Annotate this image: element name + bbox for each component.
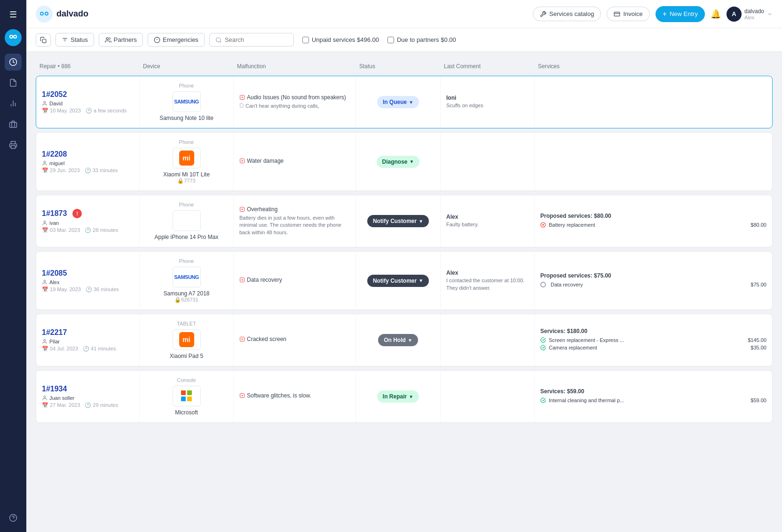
services-cell: Services: $180.00 Screen replacement - E… bbox=[535, 314, 772, 366]
repair-id-cell: 1#2208 miguel 📅 29 Jun. 2023 🕐 33 minute… bbox=[36, 133, 140, 191]
x-circle-icon bbox=[540, 222, 546, 228]
invoice-button[interactable]: Invoice bbox=[607, 7, 649, 21]
owner-meta: ivan bbox=[42, 220, 134, 226]
repair-time: 📅 03 Mar. 2023 🕐 28 minutes bbox=[42, 227, 134, 233]
svg-point-45 bbox=[44, 280, 46, 282]
alert-icon bbox=[239, 336, 245, 342]
col-comment: Last Comment bbox=[444, 63, 538, 70]
status-badge[interactable]: On Hold ▼ bbox=[378, 334, 418, 346]
due-to-partners-filter[interactable]: Due to partners $0.00 bbox=[387, 36, 456, 43]
search-icon bbox=[215, 37, 222, 43]
status-badge[interactable]: Notify Customer ▼ bbox=[367, 275, 429, 287]
repair-ago: 🕐 33 minutes bbox=[85, 167, 118, 174]
navbar-left: dalvado bbox=[36, 6, 88, 23]
malfunction-title: Water damage bbox=[239, 158, 350, 164]
search-box[interactable] bbox=[209, 33, 294, 47]
sidebar-item-documents[interactable] bbox=[5, 74, 22, 91]
repair-id[interactable]: 1#2052 bbox=[42, 90, 134, 99]
comment-author: Ioni bbox=[446, 95, 529, 101]
repair-time: 📅 04 Jul. 2023 🕐 41 minutes bbox=[42, 346, 134, 352]
col-device: Device bbox=[143, 63, 237, 70]
svg-point-53 bbox=[44, 396, 46, 398]
malfunction-cell: Data recovery bbox=[234, 252, 356, 310]
status-cell: Notify Customer ▼ bbox=[356, 252, 441, 310]
partners-filter-label: Partners bbox=[114, 36, 137, 43]
repair-ago: 🕐 a few seconds bbox=[86, 108, 126, 114]
status-badge[interactable]: In Repair ▼ bbox=[377, 390, 419, 403]
unpaid-services-filter[interactable]: Unpaid services $496.00 bbox=[302, 36, 379, 43]
table-row: 1#1934 Juan soller 📅 27 Mar. 2023 🕐 29 m… bbox=[36, 370, 773, 423]
owner-meta: Alex bbox=[42, 279, 134, 285]
new-entry-button[interactable]: + New Entry bbox=[656, 6, 705, 22]
svg-point-4 bbox=[14, 36, 16, 38]
device-cell: TABLET mi Xiaomi Pad 5 bbox=[140, 314, 234, 366]
services-cell: Proposed services: $80.00 Battery replac… bbox=[535, 195, 772, 247]
toolbar: Status Partners Emergencies Unpaid servi… bbox=[26, 28, 782, 52]
repair-id-cell: 1#2052 David 📅 10 May. 2023 🕐 a few seco… bbox=[36, 76, 140, 128]
emergency-icon: ! bbox=[72, 209, 82, 218]
samsung-logo: SAMSUNG bbox=[174, 274, 199, 280]
service-name: Camera replacement bbox=[549, 345, 748, 350]
sidebar-item-repairs[interactable] bbox=[5, 54, 22, 71]
repair-id[interactable]: 1#1873 ! bbox=[42, 209, 134, 218]
search-input[interactable] bbox=[225, 36, 281, 43]
repair-date: 📅 27 Mar. 2023 bbox=[42, 402, 80, 408]
device-logo bbox=[173, 210, 201, 231]
malfunction-cell: Overheating Battery dies in just a few h… bbox=[234, 195, 356, 247]
device-cell: Phone SAMSUNG Samsung A7 2018 🔒626731 bbox=[140, 252, 234, 310]
partners-filter-button[interactable]: Partners bbox=[99, 33, 143, 47]
logo-text: dalvado bbox=[56, 9, 88, 19]
malfunction-title: Overheating bbox=[239, 206, 350, 213]
table-row: 1#2085 Alex 📅 19 May. 2023 🕐 36 minutes … bbox=[36, 251, 773, 310]
repair-id[interactable]: 1#2085 bbox=[42, 269, 134, 278]
person-icon bbox=[42, 101, 47, 106]
sidebar-item-help[interactable] bbox=[5, 509, 22, 526]
person-icon bbox=[42, 160, 47, 166]
xiaomi-logo: mi bbox=[179, 151, 194, 166]
services-catalog-button[interactable]: Services catalog bbox=[533, 7, 601, 21]
main-content: dalvado Services catalog Invoice + New E… bbox=[26, 0, 782, 532]
device-logo: SAMSUNG bbox=[173, 267, 201, 287]
status-filter-button[interactable]: Status bbox=[55, 33, 94, 47]
user-menu[interactable]: A dalvado Alex bbox=[727, 7, 773, 22]
repair-date: 📅 19 May. 2023 bbox=[42, 286, 81, 293]
table-row: 1#2208 miguel 📅 29 Jun. 2023 🕐 33 minute… bbox=[36, 132, 773, 191]
comment-cell: Alex I contacted the customer at 10:00. … bbox=[441, 252, 535, 310]
repair-id[interactable]: 1#2217 bbox=[42, 328, 134, 337]
repair-id[interactable]: 1#1934 bbox=[42, 385, 134, 393]
comment-cell bbox=[441, 314, 535, 366]
repair-time: 📅 10 May. 2023 🕐 a few seconds bbox=[42, 108, 134, 114]
malfunction-title: Data recovery bbox=[239, 277, 350, 283]
status-badge[interactable]: In Queue ▼ bbox=[377, 96, 419, 108]
sidebar-item-print[interactable] bbox=[5, 136, 22, 153]
status-badge[interactable]: Diagnose ▼ bbox=[377, 156, 420, 168]
device-name: Microsoft bbox=[175, 409, 198, 416]
repair-id-cell: 1#2085 Alex 📅 19 May. 2023 🕐 36 minutes bbox=[36, 252, 140, 310]
unpaid-checkbox[interactable] bbox=[302, 37, 309, 43]
svg-point-49 bbox=[44, 340, 46, 341]
comment-cell: Ioni Scuffs on edges bbox=[441, 76, 535, 128]
sidebar-item-analytics[interactable] bbox=[5, 95, 22, 112]
menu-toggle[interactable]: ☰ bbox=[6, 6, 21, 24]
repair-id[interactable]: 1#2208 bbox=[42, 150, 134, 159]
svg-point-16 bbox=[41, 13, 43, 15]
service-item: Data recovery $75.00 bbox=[540, 282, 766, 287]
device-name: Xiaomi Pad 5 bbox=[170, 353, 203, 359]
repair-ago: 🕐 29 minutes bbox=[85, 402, 118, 408]
check-circle-icon bbox=[540, 345, 546, 350]
alert-icon bbox=[239, 393, 245, 398]
person-icon bbox=[42, 279, 47, 285]
notification-bell[interactable]: 🔔 bbox=[711, 9, 721, 19]
services-cell: Services: $59.00 Internal cleaning and t… bbox=[535, 371, 772, 422]
due-partners-checkbox[interactable] bbox=[387, 37, 394, 43]
services-total: Services: $180.00 bbox=[540, 328, 766, 334]
sidebar-item-building[interactable] bbox=[5, 116, 22, 133]
status-badge[interactable]: Notify Customer ▼ bbox=[367, 215, 429, 227]
person-icon bbox=[42, 395, 47, 401]
copy-button[interactable] bbox=[36, 33, 51, 47]
status-cell: On Hold ▼ bbox=[356, 314, 441, 366]
malfunction-title: Cracked screen bbox=[239, 336, 350, 342]
emergencies-filter-button[interactable]: Emergencies bbox=[148, 33, 205, 47]
repair-owner: David bbox=[49, 101, 63, 106]
device-name: Samsung Note 10 lite bbox=[159, 115, 213, 121]
